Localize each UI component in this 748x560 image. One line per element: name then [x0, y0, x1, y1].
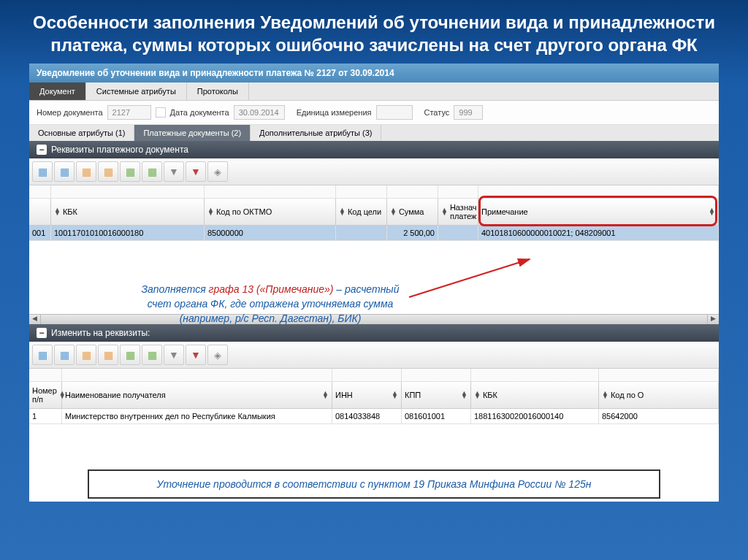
- tb2-funnel-red-icon[interactable]: ▼: [186, 345, 206, 365]
- cell2-np: 1: [29, 409, 62, 423]
- unit-input[interactable]: [376, 105, 413, 120]
- tb-grid4-icon[interactable]: ▦: [98, 161, 118, 182]
- toolbar1: ▦ ▦ ▦ ▦ ▦ ▦ ▼ ▼ ◈: [29, 158, 719, 185]
- tab-protocols[interactable]: Протоколы: [187, 83, 249, 100]
- cell-purpose: [438, 226, 478, 240]
- bottom-note: Уточнение проводится в соответствии с пу…: [88, 469, 660, 499]
- tab-system-attrs[interactable]: Системные атрибуты: [86, 83, 187, 100]
- col-kbk[interactable]: ▲▼КБК: [51, 199, 205, 225]
- doc-date-input[interactable]: [234, 105, 285, 120]
- tab-document[interactable]: Документ: [29, 83, 86, 100]
- table2-row[interactable]: 1 Министерство внутренних дел по Республ…: [29, 409, 719, 424]
- collapse-icon-2[interactable]: −: [37, 328, 47, 338]
- tb-grid1-icon[interactable]: ▦: [32, 161, 53, 182]
- doc-date-label: Дата документа: [170, 108, 229, 117]
- tb-funnel-icon[interactable]: ▼: [164, 161, 184, 182]
- tb-funnel-red-icon[interactable]: ▼: [186, 161, 206, 182]
- app-window: Уведомление об уточнении вида и принадле…: [29, 64, 719, 502]
- slide-title: Особенности заполнения Уведомлений об ут…: [0, 0, 748, 64]
- tb2-doc-icon[interactable]: ◈: [207, 345, 228, 365]
- main-tabs: Документ Системные атрибуты Протоколы: [29, 83, 719, 101]
- tb2-funnel-icon[interactable]: ▼: [164, 345, 184, 365]
- tb2-grid1-icon[interactable]: ▦: [32, 345, 53, 365]
- tb2-grid4-icon[interactable]: ▦: [98, 345, 118, 365]
- tb-grid6-icon[interactable]: ▦: [142, 161, 162, 182]
- cell-oktmo: 85000000: [205, 226, 336, 240]
- cell-num: 001: [29, 226, 51, 240]
- cell2-kpp: 081601001: [402, 409, 471, 423]
- tb-grid2-icon[interactable]: ▦: [54, 161, 75, 182]
- grid1-header: ▲▼КБК ▲▼Код по ОКТМО ▲▼Код цели ▲▼Сумма …: [29, 199, 719, 226]
- col-note[interactable]: Примечание▲▼: [478, 199, 719, 225]
- scroll-left-icon[interactable]: ◀: [29, 315, 41, 324]
- cell2-kbk: 18811630020016000140: [471, 409, 599, 423]
- cell-note: 40101810600000010021; 048209001: [478, 226, 719, 240]
- toolbar2: ▦ ▦ ▦ ▦ ▦ ▦ ▼ ▼ ◈: [29, 342, 719, 369]
- grid2-header: Номер п/п▲▼ Наименование получателя▲▼ ИН…: [29, 382, 719, 409]
- col-sum[interactable]: ▲▼Сумма: [387, 199, 438, 225]
- tb-grid5-icon[interactable]: ▦: [120, 161, 140, 182]
- doc-num-label: Номер документа: [37, 108, 103, 117]
- subtab-payment[interactable]: Платежные документы (2): [134, 125, 251, 141]
- section2-header[interactable]: − Изменить на реквизиты:: [29, 324, 719, 342]
- cell2-oktmo: 85642000: [599, 409, 719, 423]
- section1-header[interactable]: − Реквизиты платежного документа: [29, 141, 719, 158]
- status-label: Статус: [424, 108, 450, 117]
- sub-tabs: Основные атрибуты (1) Платежные документ…: [29, 125, 719, 141]
- col2-oktmo[interactable]: ▲▼Код по О: [599, 382, 719, 408]
- annotation-text: Заполняется графа 13 («Примечание») – ра…: [124, 283, 416, 326]
- col-target[interactable]: ▲▼Код цели: [336, 199, 387, 225]
- subtab-extra[interactable]: Дополнительные атрибуты (3): [251, 125, 381, 141]
- form-row: Номер документа Дата документа Единица и…: [29, 101, 719, 125]
- table2: Номер п/п▲▼ Наименование получателя▲▼ ИН…: [29, 369, 719, 424]
- cell-target: [336, 226, 387, 240]
- col-purpose[interactable]: ▲▼Назнач платеж: [438, 199, 478, 225]
- doc-icon[interactable]: [156, 107, 166, 118]
- unit-label: Единица измерения: [297, 108, 372, 117]
- cell2-recipient: Министерство внутренних дел по Республик…: [62, 409, 332, 423]
- table1: ▲▼КБК ▲▼Код по ОКТМО ▲▼Код цели ▲▼Сумма …: [29, 185, 719, 241]
- col2-inn[interactable]: ИНН▲▼: [332, 382, 402, 408]
- tb2-grid2-icon[interactable]: ▦: [54, 345, 75, 365]
- cell2-inn: 0814033848: [332, 409, 402, 423]
- doc-num-input[interactable]: [107, 105, 151, 120]
- window-header: Уведомление об уточнении вида и принадле…: [29, 64, 719, 83]
- table1-row[interactable]: 001 10011701010016000180 85000000 2 500,…: [29, 226, 719, 241]
- status-input[interactable]: [454, 105, 483, 120]
- scroll-right-icon[interactable]: ▶: [707, 315, 719, 324]
- tb-grid3-icon[interactable]: ▦: [76, 161, 96, 182]
- tb2-grid6-icon[interactable]: ▦: [142, 345, 162, 365]
- collapse-icon[interactable]: −: [37, 145, 47, 155]
- cell-kbk: 10011701010016000180: [51, 226, 205, 240]
- section1-title: Реквизиты платежного документа: [51, 145, 188, 155]
- tb-doc-icon[interactable]: ◈: [207, 161, 228, 182]
- subtab-main[interactable]: Основные атрибуты (1): [29, 125, 134, 141]
- col2-recipient[interactable]: Наименование получателя▲▼: [62, 382, 332, 408]
- cell-sum: 2 500,00: [387, 226, 438, 240]
- section2-title: Изменить на реквизиты:: [51, 328, 150, 338]
- col2-kpp[interactable]: КПП▲▼: [402, 382, 471, 408]
- tb2-grid3-icon[interactable]: ▦: [76, 345, 96, 365]
- col2-np[interactable]: Номер п/п▲▼: [29, 382, 62, 408]
- col2-kbk[interactable]: ▲▼КБК: [471, 382, 599, 408]
- tb2-grid5-icon[interactable]: ▦: [120, 345, 140, 365]
- col-oktmo[interactable]: ▲▼Код по ОКТМО: [205, 199, 336, 225]
